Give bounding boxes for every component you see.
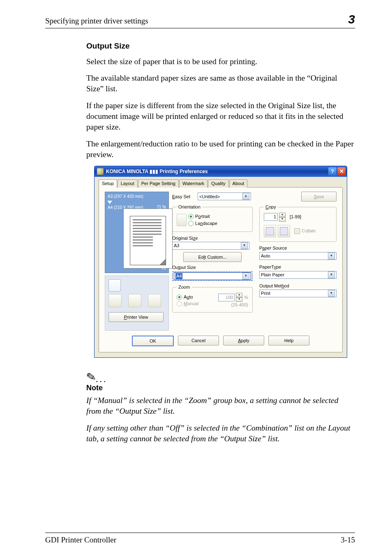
zoom-range: (25-400) xyxy=(218,302,248,308)
paragraph: Select the size of paper that is to be u… xyxy=(86,56,355,67)
paper-type-label: PaperType xyxy=(259,264,337,270)
apply-button[interactable]: Apply xyxy=(223,336,264,345)
zoom-legend: Zoom xyxy=(177,284,191,290)
copy-value-input[interactable]: 1 xyxy=(264,213,278,221)
output-method-combo[interactable]: Print▼ xyxy=(259,290,337,297)
paragraph: If the paper size is different from the … xyxy=(86,100,355,133)
tab-about[interactable]: About xyxy=(229,179,248,188)
running-header-right: 3 xyxy=(348,12,355,26)
output-method-label: Output Method xyxy=(259,283,337,289)
tab-setup[interactable]: Setup xyxy=(99,179,117,188)
printer-view-button[interactable]: Printer View xyxy=(108,312,164,322)
orientation-legend: Orientation xyxy=(177,204,202,210)
copy-range: [1-99] xyxy=(290,214,301,220)
orientation-landscape-radio[interactable]: Landscape xyxy=(188,220,217,227)
zoom-manual-radio[interactable]: Manual xyxy=(177,301,198,307)
output-method-value: Print xyxy=(261,290,270,297)
chevron-down-icon: ▼ xyxy=(328,271,335,278)
chevron-down-icon: ▼ xyxy=(328,253,335,259)
easyset-combo[interactable]: <Untitled>▼ xyxy=(198,192,251,200)
collate-icon xyxy=(264,225,276,237)
chevron-down-icon: ▼ xyxy=(328,290,335,297)
preview-original-size: A3 (297 X 420 mm) xyxy=(108,194,143,199)
tab-quality[interactable]: Quality xyxy=(208,179,228,188)
original-size-combo[interactable]: A3▼ xyxy=(172,242,249,250)
zoom-value-input: 100 xyxy=(218,294,235,301)
collate-checkbox: Collate xyxy=(294,228,316,234)
easyset-value: <Untitled> xyxy=(199,194,220,200)
titlebar-close-button[interactable]: ✕ xyxy=(337,167,346,176)
zoom-group: Zoom Auto Manual xyxy=(172,284,253,313)
option-icon[interactable] xyxy=(148,294,161,307)
output-size-label: Output Size xyxy=(172,264,253,271)
tab-layout[interactable]: Layout xyxy=(118,179,138,188)
note-heading: Note xyxy=(86,383,355,393)
easyset-save-button: Save xyxy=(301,192,337,202)
tab-strip: Setup Layout Per Page Setting Watermark … xyxy=(99,179,343,188)
note-paragraph: If any setting other than “Off” is selec… xyxy=(86,423,355,445)
option-icon[interactable] xyxy=(108,294,122,307)
paper-source-combo[interactable]: Auto▼ xyxy=(259,252,337,260)
option-icon[interactable] xyxy=(128,294,141,307)
preview-marker-icon xyxy=(107,201,112,204)
note-paragraph: If “Manual” is selected in the “Zoom” gr… xyxy=(86,395,355,417)
paper-type-value: Plain Paper xyxy=(261,272,284,278)
preview-options-panel: Printer View xyxy=(105,276,169,331)
dialog-title: KONICA MINOLTA ▮▮▮ Printing Preferences xyxy=(106,168,327,175)
edit-custom-button[interactable]: Edit Custom... xyxy=(183,252,242,262)
tab-per-page-setting[interactable]: Per Page Setting xyxy=(138,179,179,188)
size-fit-icon[interactable] xyxy=(108,279,121,292)
paper-source-label: Paper Source xyxy=(259,245,337,251)
preview-copies: x1 xyxy=(161,265,166,271)
preview-doc-lines xyxy=(133,219,161,248)
zoom-spinner: ▲▼ xyxy=(236,293,242,302)
tab-watermark[interactable]: Watermark xyxy=(179,179,208,188)
app-icon xyxy=(97,168,104,175)
printer-view-label: Printer View xyxy=(124,314,148,320)
orientation-portrait-radio[interactable]: Portrait xyxy=(188,213,217,220)
paper-preview: A3 (297 X 420 mm) A4 (210 X 297 mm) 71 % xyxy=(105,192,169,273)
orientation-group: Orientation Portrait Landscape xyxy=(172,204,253,232)
paragraph: The enlargement/reduction ratio to be us… xyxy=(86,139,355,160)
chevron-down-icon: ▼ xyxy=(241,242,248,249)
paper-source-value: Auto xyxy=(261,253,270,259)
original-size-value: A3 xyxy=(174,243,179,249)
footer-right: 3-15 xyxy=(341,535,355,544)
help-button[interactable]: Help xyxy=(268,336,309,345)
chevron-down-icon: ▼ xyxy=(242,193,249,200)
ok-button[interactable]: OK xyxy=(132,336,174,346)
chevron-down-icon: ▼ xyxy=(242,273,249,280)
copy-spinner[interactable]: ▲▼ xyxy=(279,213,286,222)
orientation-icon xyxy=(177,214,187,226)
titlebar-help-button[interactable]: ? xyxy=(328,167,337,176)
section-heading: Output Size xyxy=(86,41,355,51)
zoom-unit: % xyxy=(244,294,248,301)
output-size-value: A4 xyxy=(175,273,182,279)
zoom-auto-radio[interactable]: Auto xyxy=(177,294,198,300)
collate-icon xyxy=(278,225,290,237)
copy-group: Copy 1 ▲▼ [1-99] xyxy=(259,204,337,242)
dialog-titlebar[interactable]: KONICA MINOLTA ▮▮▮ Printing Preferences … xyxy=(95,166,347,177)
output-size-combo[interactable]: A4▼ xyxy=(174,272,251,280)
printing-preferences-dialog: KONICA MINOLTA ▮▮▮ Printing Preferences … xyxy=(94,166,347,358)
paper-type-combo[interactable]: Plain Paper▼ xyxy=(259,271,337,279)
running-header-left: Specifying printer driver settings xyxy=(45,16,148,25)
cancel-button[interactable]: Cancel xyxy=(178,336,219,345)
easyset-label: Easy Set xyxy=(172,194,190,200)
footer-left: GDI Printer Controller xyxy=(45,535,116,544)
copy-legend: Copy xyxy=(264,204,278,210)
paragraph: The available standard paper sizes are s… xyxy=(86,73,355,95)
original-size-label: Original Size xyxy=(172,235,253,241)
